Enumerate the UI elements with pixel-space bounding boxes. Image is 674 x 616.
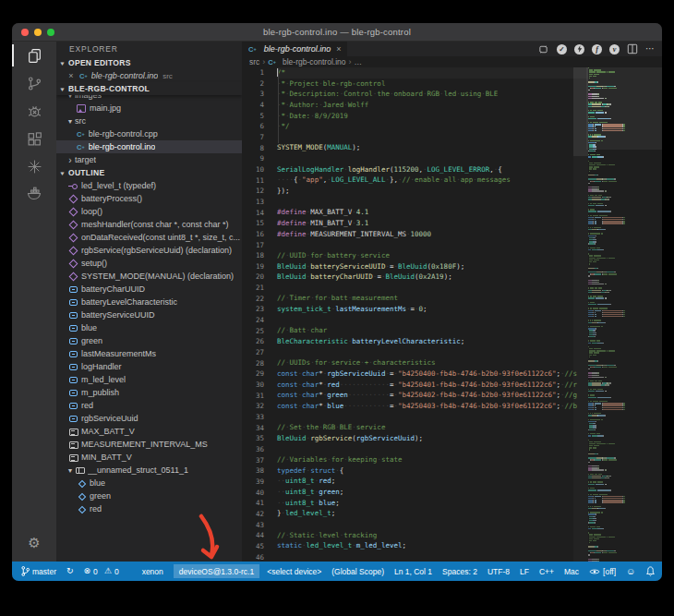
breadcrumb[interactable]: src › C+ ble-rgb-control.ino › … [242,56,662,67]
code-line[interactable]: #define·MIN_BATT_V·3.1 [277,218,588,229]
outline-item-batteryProcess[interactable]: batteryProcess() [56,192,242,205]
code-line[interactable]: BleUuid·rgbService(rgbServiceUuid); [277,433,588,444]
outline-item-MIN_BATT_V[interactable]: MIN_BATT_V [56,451,242,464]
outline-item-meshHandler[interactable]: meshHandler(const char *, const char *) [56,218,242,231]
code-line[interactable]: const·char*·red············=·"b4250401-f… [277,380,588,391]
tree-item-images[interactable]: ▼images [56,95,242,102]
code-line[interactable]: const·char*·rgbServiceUuid·=·"b4250400-f… [277,368,588,380]
code-line[interactable]: SerialLogHandler·logHandler(115200,·LOG_… [277,164,588,175]
code-line[interactable]: #define·MEASUREMENT_INTERVAL_MS·10000 [277,229,588,240]
close-window-button[interactable] [21,29,29,36]
close-tab-icon[interactable]: × [336,44,341,54]
code-line[interactable]: ··uint8_t·green; [277,487,588,498]
outline-item-m_publish[interactable]: m_publish [56,386,242,399]
code-line[interactable]: #define·MAX_BATT_V·4.1 [277,207,588,218]
code-line[interactable]: ·*·Date:·8/9/2019 [277,111,588,122]
outline-item-rgbServiceUuid[interactable]: rgbServiceUuid [56,412,242,425]
code-line[interactable]: ····{·"app",·LOG_LEVEL_ALL·},·//·enable·… [277,175,588,186]
code-line[interactable]: /* [277,67,588,79]
code-line[interactable]: const·char*·blue···········=·"b4250403-f… [277,401,588,412]
git-branch-item[interactable]: master [21,565,56,577]
code-line[interactable] [277,153,588,164]
minimize-window-button[interactable] [34,29,42,36]
zoom-window-button[interactable] [47,29,54,36]
tree-item-ble-rgb-control.ino[interactable]: C+ble-rgb-control.ino [56,140,242,153]
code-line[interactable]: typedef·struct·{ [277,465,588,477]
close-editor-icon[interactable]: × [66,71,77,80]
activity-docker-icon[interactable] [12,180,56,208]
cursor-position-item[interactable]: Ln 1, Col 1 [394,567,432,576]
code-line[interactable] [277,519,588,530]
outline-item-batteryLevelCharacteristic[interactable]: batteryLevelCharacteristic [56,296,242,308]
code-line[interactable]: SYSTEM_MODE(MANUAL); [277,142,588,153]
particle-check-icon[interactable]: ✓ [557,44,567,54]
particle-platform-item[interactable]: xenon [142,567,163,576]
outline-item-setup[interactable]: setup() [56,257,242,270]
section-open-editors[interactable]: ▼ OPEN EDITORS [56,56,242,69]
code-line[interactable] [277,551,588,562]
outline-item-blue[interactable]: blue [56,477,242,489]
code-line[interactable]: }); [277,186,588,197]
encoding-item[interactable]: UTF-8 [487,567,510,576]
code-line[interactable]: }·led_level_t; [277,508,588,519]
outline-item-MEASUREMENT_INTERVAL_MS[interactable]: MEASUREMENT_INTERVAL_MS [56,438,242,451]
activity-extensions-icon[interactable] [12,125,56,152]
outline-item-red[interactable]: red [56,399,242,412]
particle-flash-icon[interactable] [574,44,584,54]
notifications-item[interactable] [645,566,656,576]
particle-variable-icon[interactable]: v [609,44,620,54]
outline-item-batteryCharUUID[interactable]: batteryCharUUID [56,283,242,296]
code-line[interactable]: ·*/ [277,121,588,132]
particle-function-icon[interactable]: f [592,44,602,54]
outline-item-__unnamed_struct_0511_1[interactable]: ▼__unnamed_struct_0511_1 [56,464,242,477]
tree-item-ble-rgb-control.cpp[interactable]: C+ble-rgb-control.cpp [56,127,242,140]
code-line[interactable]: //·Timer·for·batt·measurement [277,293,588,304]
code-line[interactable]: //·UUID·for·battery·service [277,250,588,261]
code-line[interactable] [277,347,588,358]
sync-item[interactable]: ↻ [66,567,74,575]
code-line[interactable]: ·*·Author:·Jared·Wolff [277,100,588,111]
outline-item-red[interactable]: red [56,502,242,515]
code-editor[interactable]: 1234567891011121314151617181920212223242… [242,67,662,562]
particle-compile-icon[interactable] [537,43,549,55]
eol-item[interactable]: LF [520,567,529,576]
code-content[interactable]: /*·*·Project·ble-rgb-control·*·Descripti… [277,67,588,562]
feedback-item[interactable]: ☺ [626,567,635,576]
code-line[interactable]: ·*·Description:·Control·the·onboard·RGB·… [277,89,588,100]
code-line[interactable] [277,412,588,423]
code-line[interactable]: //·Variables·for·keeping·state [277,454,588,465]
code-line[interactable]: static·led_level_t·m_led_level; [277,540,588,551]
outline-item-logHandler[interactable]: logHandler [56,360,242,373]
code-line[interactable]: BleCharacteristic·batteryLevelCharacteri… [277,336,588,347]
select-device-item[interactable]: <select device> [267,567,321,576]
outline-item-rgbService[interactable]: rgbService(rgbServiceUuid) (declaration) [56,244,242,257]
outline-item-SYSTEM_MODE[interactable]: SYSTEM_MODE(MANUAL) (declaration) [56,270,242,283]
activity-source-control-icon[interactable] [12,69,56,97]
code-line[interactable] [277,443,588,454]
open-editor-ble-rgb-control.ino[interactable]: ×C+ble-rgb-control.inosrc [56,69,242,82]
outline-item-m_led_level[interactable]: m_led_level [56,373,242,386]
code-line[interactable] [277,283,588,294]
outline-item-green[interactable]: green [56,489,242,502]
section-project[interactable]: ▼ BLE-RGB-CONTROL [56,82,242,95]
settings-gear-icon[interactable]: ⚙ [12,530,56,556]
code-line[interactable]: BleUuid·batteryCharUUID·=·BleUuid(0x2A19… [277,272,588,283]
tab-ble-rgb-control-ino[interactable]: C+ ble-rgb-control.ino × [242,42,348,56]
screencast-item[interactable]: [off] [589,567,616,576]
tree-item-main.jpg[interactable]: main.jpg [56,102,242,115]
code-line[interactable]: //·UUIDs·for·service·+·characteristics [277,357,588,368]
code-line[interactable]: //·Static·level·tracking [277,530,588,541]
code-line[interactable]: ··uint8_t·blue; [277,498,588,509]
tree-item-target[interactable]: ›target [56,153,242,166]
os-mode-item[interactable]: Mac [564,567,579,576]
outline-item-lastMeasurementMs[interactable]: lastMeasurementMs [56,347,242,360]
code-line[interactable] [277,239,588,250]
code-line[interactable]: ·*·Project·ble-rgb-control [277,79,588,90]
minimap[interactable] [586,67,662,562]
code-line[interactable]: //·Set·the·RGB·BLE·service [277,422,588,433]
activity-particle-icon[interactable] [12,152,56,180]
activity-explorer-icon[interactable] [12,42,56,69]
code-line[interactable] [277,132,588,143]
indentation-item[interactable]: Spaces: 2 [442,567,477,576]
more-icon[interactable]: ⋯ [645,44,655,54]
